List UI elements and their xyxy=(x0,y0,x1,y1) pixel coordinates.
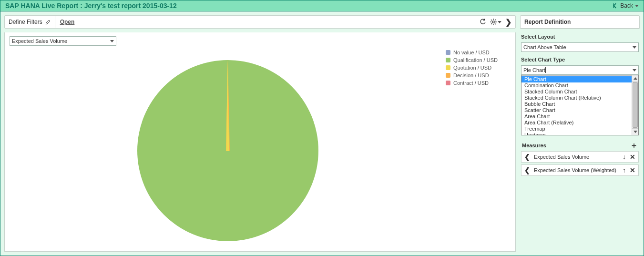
back-label: Back xyxy=(620,2,633,9)
refresh-button[interactable] xyxy=(480,19,486,25)
pencil-icon xyxy=(45,19,51,25)
add-measure-button[interactable]: ＋ xyxy=(630,142,638,149)
chevron-down-icon xyxy=(110,40,114,42)
svg-line-7 xyxy=(495,23,496,24)
legend-label: Contract / USD xyxy=(453,80,489,86)
legend-swatch xyxy=(446,50,450,55)
settings-button[interactable] xyxy=(490,19,501,25)
select-chart-type-title: Select Chart Type xyxy=(521,52,639,65)
page-title: SAP HANA Live Report : Jerry's test repo… xyxy=(5,2,177,10)
legend-item[interactable]: Quotation / USD xyxy=(446,65,508,71)
layout-selector[interactable]: Chart Above Table xyxy=(521,42,639,52)
legend-swatch xyxy=(446,81,450,85)
chevron-up-icon xyxy=(634,77,637,80)
legend-label: No value / USD xyxy=(453,50,490,55)
measure-label: Expected Sales Volume xyxy=(534,154,619,160)
measures-title: Measures xyxy=(522,143,546,148)
back-dropdown-caret-icon xyxy=(635,5,639,7)
legend-item[interactable]: Decision / USD xyxy=(446,72,508,78)
report-definition-panel: Report Definition Select Layout Chart Ab… xyxy=(520,11,644,256)
dropdown-option[interactable]: Bubble Chart xyxy=(521,101,632,107)
dropdown-option[interactable]: Area Chart xyxy=(521,113,632,120)
scroll-down-button[interactable] xyxy=(632,128,638,135)
settings-caret-icon xyxy=(498,21,501,23)
svg-point-1 xyxy=(492,21,494,23)
dropdown-option[interactable]: Pie Chart xyxy=(521,76,632,82)
title-bar: SAP HANA Live Report : Jerry's test repo… xyxy=(0,0,644,11)
measure-item: ❮ Expected Sales Volume (Weighted) ↑ ✕ xyxy=(521,164,639,176)
layout-selector-value: Chart Above Table xyxy=(523,44,566,50)
legend-label: Qualification / USD xyxy=(453,57,498,63)
scroll-thumb[interactable] xyxy=(633,82,638,128)
back-icon xyxy=(613,3,618,9)
measure-selector-value: Expected Sales Volume xyxy=(12,38,67,44)
svg-line-6 xyxy=(491,20,492,20)
measure-move-left-button[interactable]: ❮ xyxy=(524,167,530,174)
scroll-up-button[interactable] xyxy=(632,75,638,82)
chart-type-selector[interactable]: Pie Chart xyxy=(521,65,639,75)
select-layout-title: Select Layout xyxy=(521,29,639,42)
svg-line-8 xyxy=(491,23,492,24)
back-button[interactable]: Back xyxy=(613,2,639,9)
pie-slice-quotation xyxy=(226,60,229,151)
chevron-down-icon xyxy=(633,69,636,72)
svg-line-9 xyxy=(495,20,496,20)
measure-label: Expected Sales Volume (Weighted) xyxy=(534,167,619,173)
dropdown-scrollbar[interactable] xyxy=(632,75,638,135)
dropdown-option[interactable]: Scatter Chart xyxy=(521,107,632,113)
measure-move-left-button[interactable]: ❮ xyxy=(524,154,530,160)
panel-title: Report Definition xyxy=(521,16,639,29)
measure-move-down-button[interactable]: ↓ xyxy=(623,154,626,160)
dropdown-option[interactable]: Treemap xyxy=(521,126,632,132)
dropdown-option[interactable]: Area Chart (Relative) xyxy=(521,120,632,126)
measure-move-up-button[interactable]: ↑ xyxy=(623,167,626,174)
dropdown-option[interactable]: Stacked Column Chart xyxy=(521,89,632,95)
measure-selector[interactable]: Expected Sales Volume xyxy=(10,36,116,46)
dropdown-option[interactable]: Combination Chart xyxy=(521,82,632,89)
chart-type-dropdown: Pie Chart Combination Chart Stacked Colu… xyxy=(521,75,639,135)
legend-label: Decision / USD xyxy=(453,72,489,78)
measure-item: ❮ Expected Sales Volume ↓ ✕ xyxy=(521,151,639,163)
dropdown-option[interactable]: Heatmap xyxy=(521,132,632,135)
define-filters-button[interactable]: Define Filters xyxy=(5,16,55,28)
chevron-down-icon xyxy=(634,131,637,133)
legend-label: Quotation / USD xyxy=(453,65,491,71)
pie-chart[interactable] xyxy=(137,60,318,241)
chevron-down-icon xyxy=(633,46,636,49)
measure-remove-button[interactable]: ✕ xyxy=(630,167,635,174)
refresh-icon xyxy=(480,19,486,25)
chart-legend: No value / USD Qualification / USD Quota… xyxy=(446,46,508,88)
legend-item[interactable]: Contract / USD xyxy=(446,80,508,86)
toggle-panel-button[interactable]: ❯ xyxy=(505,18,511,27)
open-link[interactable]: Open xyxy=(55,19,80,25)
dropdown-option[interactable]: Stacked Column Chart (Relative) xyxy=(521,95,632,101)
chart-type-selector-value: Pie Chart xyxy=(523,67,546,73)
gear-icon xyxy=(490,19,497,25)
legend-item[interactable]: Qualification / USD xyxy=(446,57,508,63)
main-area: Define Filters Open ❯ Expected Sales Vol… xyxy=(0,11,520,256)
legend-swatch xyxy=(446,73,450,78)
measure-remove-button[interactable]: ✕ xyxy=(630,154,635,160)
toolbar: Define Filters Open ❯ xyxy=(4,15,516,29)
chart-area: Expected Sales Volume No value / USD Qua… xyxy=(4,32,516,252)
legend-swatch xyxy=(446,65,450,70)
svg-rect-0 xyxy=(613,3,614,8)
legend-item[interactable]: No value / USD xyxy=(446,50,508,55)
define-filters-label: Define Filters xyxy=(9,19,42,25)
legend-swatch xyxy=(446,58,450,62)
